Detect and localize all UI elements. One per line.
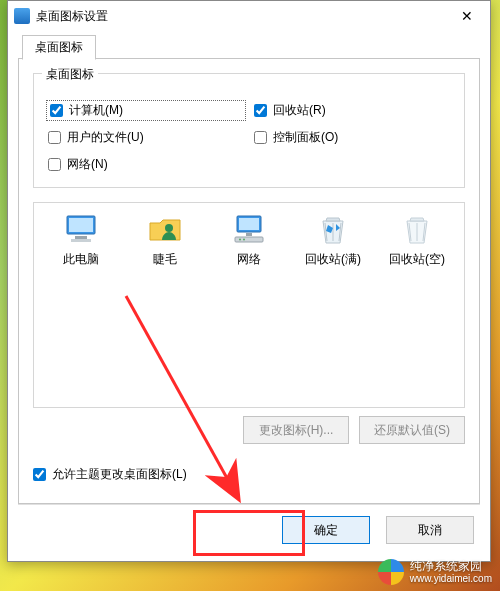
titlebar: 桌面图标设置 ✕ bbox=[8, 1, 490, 31]
network-icon bbox=[231, 213, 267, 245]
change-icon-button[interactable]: 更改图标(H)... bbox=[243, 416, 349, 444]
checkbox-recycle[interactable]: 回收站(R) bbox=[254, 102, 450, 119]
button-label: 确定 bbox=[314, 522, 338, 539]
icon-item-network[interactable]: 网络 bbox=[208, 213, 290, 268]
tab-label: 桌面图标 bbox=[35, 39, 83, 56]
svg-rect-1 bbox=[69, 218, 93, 232]
icon-label: 睫毛 bbox=[153, 251, 177, 268]
checkbox-network[interactable]: 网络(N) bbox=[48, 156, 244, 173]
checkbox-recycle-label: 回收站(R) bbox=[273, 102, 326, 119]
checkbox-recycle-input[interactable] bbox=[254, 104, 267, 117]
dialog-footer: 确定 取消 bbox=[18, 504, 480, 555]
svg-rect-2 bbox=[75, 236, 87, 239]
checkbox-network-label: 网络(N) bbox=[67, 156, 108, 173]
recycle-empty-icon bbox=[399, 213, 435, 245]
watermark-line1: 纯净系统家园 bbox=[410, 560, 492, 573]
svg-rect-6 bbox=[239, 218, 259, 230]
checkbox-computer[interactable]: 计算机(M) bbox=[48, 102, 244, 119]
checkbox-cpanel[interactable]: 控制面板(O) bbox=[254, 129, 450, 146]
restore-default-button[interactable]: 还原默认值(S) bbox=[359, 416, 465, 444]
checkbox-computer-input[interactable] bbox=[50, 104, 63, 117]
watermark-line2: www.yidaimei.com bbox=[410, 573, 492, 584]
svg-rect-3 bbox=[71, 239, 91, 242]
checkbox-allow-theme-input[interactable] bbox=[33, 468, 46, 481]
svg-rect-7 bbox=[246, 233, 252, 236]
user-folder-icon bbox=[147, 213, 183, 245]
watermark: 纯净系统家园 www.yidaimei.com bbox=[378, 559, 492, 585]
tab-desktop-icons[interactable]: 桌面图标 bbox=[22, 35, 96, 60]
tab-strip: 桌面图标 bbox=[18, 35, 480, 59]
recycle-full-icon bbox=[315, 213, 351, 245]
theme-checkbox-row: 允许主题更改桌面图标(L) bbox=[33, 466, 465, 483]
close-button[interactable]: ✕ bbox=[448, 5, 486, 27]
icon-item-this-pc[interactable]: 此电脑 bbox=[40, 213, 122, 268]
button-label: 取消 bbox=[418, 522, 442, 539]
desktop-icon-settings-dialog: 桌面图标设置 ✕ 桌面图标 桌面图标 计算机(M) 回收站(R) 用户的文件(U… bbox=[7, 0, 491, 562]
button-label: 更改图标(H)... bbox=[259, 422, 334, 439]
icon-label: 网络 bbox=[237, 251, 261, 268]
checkbox-userfiles-input[interactable] bbox=[48, 131, 61, 144]
ok-button[interactable]: 确定 bbox=[282, 516, 370, 544]
checkbox-computer-label: 计算机(M) bbox=[69, 102, 123, 119]
svg-point-4 bbox=[165, 224, 173, 232]
icon-label: 此电脑 bbox=[63, 251, 99, 268]
close-icon: ✕ bbox=[461, 8, 473, 24]
group-legend: 桌面图标 bbox=[42, 66, 98, 83]
icon-list[interactable]: 此电脑 睫毛 网络 回收站(满) bbox=[33, 202, 465, 408]
svg-point-10 bbox=[243, 239, 245, 241]
checkbox-userfiles[interactable]: 用户的文件(U) bbox=[48, 129, 244, 146]
checkbox-allow-theme-label: 允许主题更改桌面图标(L) bbox=[52, 466, 187, 483]
checkbox-userfiles-label: 用户的文件(U) bbox=[67, 129, 144, 146]
checkbox-network-input[interactable] bbox=[48, 158, 61, 171]
icon-item-recycle-empty[interactable]: 回收站(空) bbox=[376, 213, 458, 268]
icon-label: 回收站(空) bbox=[389, 251, 445, 268]
tab-body: 桌面图标 计算机(M) 回收站(R) 用户的文件(U) 控制面板(O) bbox=[18, 59, 480, 504]
watermark-logo-icon bbox=[378, 559, 404, 585]
cancel-button[interactable]: 取消 bbox=[386, 516, 474, 544]
this-pc-icon bbox=[63, 213, 99, 245]
icon-item-recycle-full[interactable]: 回收站(满) bbox=[292, 213, 374, 268]
checkbox-allow-theme[interactable]: 允许主题更改桌面图标(L) bbox=[33, 466, 465, 483]
icon-item-user-folder[interactable]: 睫毛 bbox=[124, 213, 206, 268]
window-title: 桌面图标设置 bbox=[36, 8, 448, 25]
icon-buttons-row: 更改图标(H)... 还原默认值(S) bbox=[33, 416, 465, 444]
group-desktop-icons: 桌面图标 计算机(M) 回收站(R) 用户的文件(U) 控制面板(O) bbox=[33, 73, 465, 188]
app-icon bbox=[14, 8, 30, 24]
checkbox-cpanel-label: 控制面板(O) bbox=[273, 129, 338, 146]
icon-label: 回收站(满) bbox=[305, 251, 361, 268]
button-label: 还原默认值(S) bbox=[374, 422, 450, 439]
checkbox-grid: 计算机(M) 回收站(R) 用户的文件(U) 控制面板(O) 网络(N) bbox=[48, 102, 450, 173]
checkbox-cpanel-input[interactable] bbox=[254, 131, 267, 144]
svg-point-9 bbox=[239, 239, 241, 241]
